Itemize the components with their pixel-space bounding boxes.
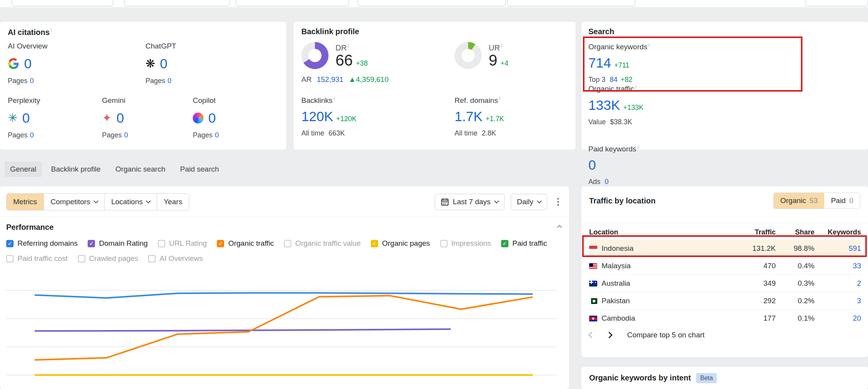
segment-locations[interactable]: Locations bbox=[104, 194, 157, 210]
segment-years[interactable]: Years bbox=[157, 194, 189, 210]
pages-count-link[interactable]: 0 bbox=[215, 131, 219, 139]
next-page-chevron-icon[interactable] bbox=[606, 332, 613, 339]
chevron-down-icon bbox=[93, 198, 99, 203]
pages-count-link[interactable]: 0 bbox=[30, 77, 34, 85]
location-row-malaysia[interactable]: Malaysia4700.4%33 bbox=[589, 257, 861, 274]
metric-checkbox-crawled-pages[interactable]: Crawled pages bbox=[78, 254, 138, 263]
location-row-indonesia[interactable]: Indonesia131.2K98.8%591 bbox=[589, 240, 861, 257]
pages-label: Pages bbox=[8, 131, 28, 139]
ai-citations-row-1: AI Overview0Pages0ChatGPT❋0Pages0 bbox=[8, 42, 282, 85]
performance-line-chart[interactable] bbox=[6, 269, 563, 386]
traffic-cell: 131.2K bbox=[733, 244, 776, 253]
info-icon[interactable]: i bbox=[648, 42, 650, 48]
info-icon[interactable]: i bbox=[51, 27, 52, 33]
ai-citation-value-row: ❋0 bbox=[145, 55, 176, 72]
pages-count-link[interactable]: 0 bbox=[124, 131, 128, 139]
tab-backlink-profile[interactable]: Backlink profile bbox=[46, 162, 106, 177]
keywords-link[interactable]: 33 bbox=[814, 262, 861, 270]
metric-checkbox-referring-domains[interactable]: ✓Referring domains bbox=[6, 239, 78, 248]
tab-paid-search[interactable]: Paid search bbox=[175, 162, 224, 177]
info-icon[interactable]: i bbox=[501, 43, 502, 49]
truncated-toolbar-button[interactable] bbox=[805, 0, 868, 6]
truncated-toolbar-button[interactable] bbox=[12, 0, 113, 6]
chevron-down-icon bbox=[537, 198, 542, 203]
info-icon[interactable]: i bbox=[334, 96, 335, 101]
ai-citation-value-row: ✳0 bbox=[8, 109, 102, 127]
date-range-button[interactable]: Last 7 days bbox=[435, 194, 505, 210]
pages-count-link[interactable]: 0 bbox=[30, 131, 34, 139]
metric-checkbox-list: ✓Referring domains✓Domain RatingURL Rati… bbox=[6, 239, 565, 263]
checked-checkbox-icon: ✓ bbox=[501, 240, 508, 247]
location-row-australia[interactable]: Australia3490.3%2 bbox=[589, 274, 861, 292]
share-cell: 0.1% bbox=[776, 314, 814, 323]
pakistan-flag-icon bbox=[589, 298, 597, 304]
metric-checkbox-organic-pages[interactable]: ✓Organic pages bbox=[371, 239, 430, 248]
toggle-organic[interactable]: Organic53 bbox=[774, 193, 825, 208]
truncated-toolbar-button[interactable] bbox=[124, 0, 230, 6]
ai-citation-count[interactable]: 0 bbox=[22, 110, 29, 126]
keywords-link[interactable]: 2 bbox=[814, 279, 861, 288]
metric-checkbox-impressions[interactable]: Impressions bbox=[440, 239, 491, 248]
metric-checkbox-ai-overviews[interactable]: AI Overviews bbox=[148, 254, 203, 263]
info-icon[interactable]: i bbox=[635, 84, 636, 90]
ai-citation-count[interactable]: 0 bbox=[208, 110, 216, 126]
toggle-paid[interactable]: Paid0 bbox=[824, 193, 860, 208]
keywords-by-intent-card: Organic keywords by intent Beta bbox=[581, 367, 868, 389]
ads-link[interactable]: 0 bbox=[605, 178, 609, 186]
metric-checkbox-url-rating[interactable]: URL Rating bbox=[158, 239, 207, 248]
location-row-pakistan[interactable]: Pakistan2920.2%3 bbox=[589, 292, 861, 309]
keywords-link[interactable]: 20 bbox=[814, 314, 861, 323]
ar-value[interactable]: 152,931 bbox=[317, 75, 344, 83]
metric-checkbox-paid-traffic[interactable]: ✓Paid traffic bbox=[501, 239, 547, 248]
tab-general[interactable]: General bbox=[5, 162, 42, 177]
ai-source-label: Gemini bbox=[102, 96, 193, 105]
metric-checkbox-paid-traffic-cost[interactable]: Paid traffic cost bbox=[6, 254, 68, 263]
location-table-header: Location Traffic Share Keywords bbox=[589, 228, 861, 240]
ai-citation-count[interactable]: 0 bbox=[24, 56, 31, 71]
tab-organic-search[interactable]: Organic search bbox=[110, 162, 171, 177]
location-name: Malaysia bbox=[602, 262, 631, 270]
location-row-cambodia[interactable]: Cambodia1770.1%20 bbox=[589, 309, 861, 327]
organic-traffic-value[interactable]: 133K+133K bbox=[588, 97, 726, 113]
dr-column: DRi 66+38 AR 152,931 ▲4,359,610 Backlink… bbox=[301, 42, 455, 137]
prev-page-chevron-icon[interactable] bbox=[588, 332, 595, 339]
truncated-toolbar-button[interactable] bbox=[236, 0, 349, 6]
ar-change: ▲4,359,610 bbox=[349, 75, 389, 83]
ai-source-label: Perplexity bbox=[8, 96, 102, 105]
ai-citation-count[interactable]: 0 bbox=[116, 110, 124, 126]
unchecked-checkbox-icon bbox=[440, 240, 448, 247]
calendar-icon bbox=[441, 198, 449, 206]
info-icon[interactable]: i bbox=[638, 144, 639, 150]
top3-link[interactable]: 84 bbox=[610, 76, 617, 83]
info-icon[interactable]: i bbox=[348, 43, 349, 49]
collapse-chevron-up-icon[interactable] bbox=[557, 225, 562, 230]
ai-citation-value-row: ✦0 bbox=[102, 109, 193, 127]
metric-checkbox-organic-traffic-value[interactable]: Organic traffic value bbox=[284, 239, 361, 248]
metric-label: Crawled pages bbox=[89, 254, 138, 263]
info-icon[interactable]: i bbox=[499, 96, 500, 101]
segment-competitors[interactable]: Competitors bbox=[43, 194, 104, 210]
metric-checkbox-domain-rating[interactable]: ✓Domain Rating bbox=[88, 239, 148, 248]
metric-label: Organic traffic bbox=[228, 239, 274, 248]
dr-donut-chart bbox=[301, 42, 329, 69]
truncated-toolbar-button[interactable] bbox=[358, 0, 506, 6]
metric-checkbox-organic-traffic[interactable]: ✓Organic traffic bbox=[217, 239, 274, 248]
location-name: Pakistan bbox=[602, 297, 630, 305]
metric-label: Domain Rating bbox=[99, 239, 148, 248]
granularity-button[interactable]: Daily bbox=[511, 194, 547, 210]
backlinks-value[interactable]: 120K+120K bbox=[301, 109, 455, 124]
organic-keywords-value[interactable]: 714+711 bbox=[588, 55, 726, 71]
more-options-kebab-icon[interactable] bbox=[553, 196, 563, 208]
paid-keywords-value[interactable]: 0 bbox=[588, 157, 726, 173]
ai-citation-count[interactable]: 0 bbox=[160, 56, 167, 71]
keywords-link[interactable]: 3 bbox=[814, 297, 861, 305]
ai-citation-item: AI Overview0Pages0 bbox=[8, 42, 145, 85]
keywords-link[interactable]: 591 bbox=[814, 244, 861, 253]
pages-label: Pages bbox=[8, 77, 28, 85]
ref-domains-value[interactable]: 1.7K+1.7K bbox=[455, 109, 571, 124]
pages-count-link[interactable]: 0 bbox=[168, 77, 171, 85]
share-cell: 0.2% bbox=[776, 297, 814, 305]
segment-metrics[interactable]: Metrics bbox=[7, 194, 43, 210]
truncated-toolbar-button[interactable] bbox=[507, 0, 635, 6]
traffic-cell: 177 bbox=[733, 314, 776, 323]
